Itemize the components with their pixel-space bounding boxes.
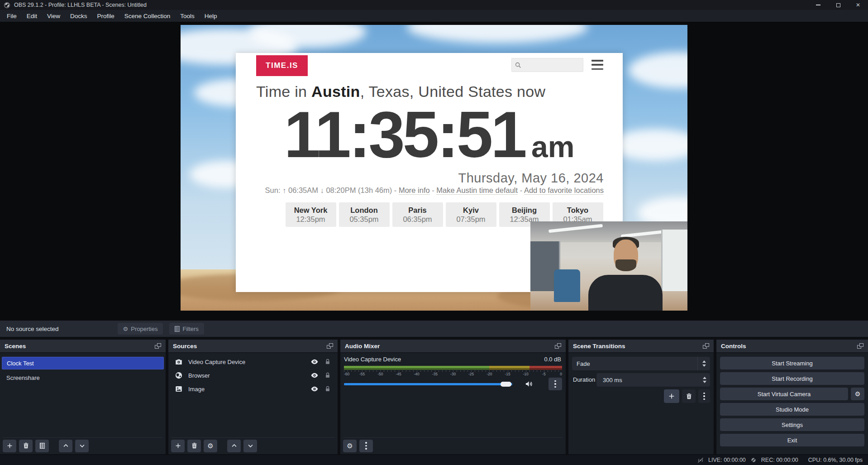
audio-mixer-toolbar: ⚙: [343, 437, 563, 452]
preview-canvas[interactable]: TIME.IS Time in Austin, Texas, United St…: [181, 25, 687, 311]
move-source-up-button[interactable]: [227, 440, 241, 452]
visibility-eye-icon[interactable]: [310, 371, 319, 379]
menu-help[interactable]: Help: [200, 11, 222, 21]
meter-tick-labels: -60 -55 -50 -45 -40 -35 -30 -25 -20 -15 …: [344, 372, 562, 377]
plus-icon: [6, 442, 13, 449]
tick-label: -15: [505, 372, 510, 376]
remove-source-button[interactable]: [187, 440, 201, 452]
menu-scene-collection[interactable]: Scene Collection: [119, 11, 175, 21]
menu-tools[interactable]: Tools: [175, 11, 200, 21]
start-recording-button[interactable]: Start Recording: [720, 372, 864, 385]
timeis-logo-text: TIME.IS: [266, 61, 298, 70]
status-bar: LIVE: 00:00:00 REC: 00:00:00 CPU: 0.6%, …: [0, 455, 868, 465]
controls-header: Controls: [716, 340, 868, 353]
source-status-text: No source selected: [6, 326, 59, 332]
volume-slider[interactable]: [344, 383, 512, 385]
duration-label: Duration: [573, 376, 595, 383]
scene-item-screenshare[interactable]: Screenshare: [2, 371, 164, 384]
add-transition-button[interactable]: [664, 389, 679, 403]
scene-filters-button[interactable]: [35, 440, 49, 452]
properties-button[interactable]: ⚙ Properties: [118, 323, 163, 335]
lock-icon[interactable]: [324, 371, 331, 379]
source-row-browser[interactable]: Browser: [171, 369, 335, 381]
duration-spin-arrows[interactable]: [703, 373, 706, 387]
mixer-toolbar-kebab-button[interactable]: [359, 440, 373, 452]
ceiling-light: [548, 224, 603, 233]
close-button[interactable]: ✕: [848, 0, 868, 10]
source-row-video-capture[interactable]: Video Capture Device: [171, 356, 335, 368]
exit-button[interactable]: Exit: [720, 434, 864, 446]
controls-panel: Controls Start Streaming Start Recording…: [716, 340, 868, 454]
visibility-eye-icon[interactable]: [310, 358, 319, 366]
chevron-up-icon: [62, 442, 69, 449]
rec-timer: REC: 00:00:00: [761, 457, 798, 463]
filters-button[interactable]: Filters: [169, 323, 204, 335]
date-line: Thursday, May 16, 2024: [236, 171, 604, 186]
chevron-up-icon: [702, 360, 706, 363]
popout-icon[interactable]: [703, 343, 709, 349]
tick-label: -5: [542, 372, 546, 376]
tick-label: 0: [560, 372, 562, 376]
source-row-image[interactable]: Image: [171, 383, 335, 395]
lock-icon[interactable]: [324, 385, 331, 393]
menu-edit[interactable]: Edit: [22, 11, 42, 21]
lock-icon[interactable]: [324, 358, 331, 366]
minimize-button[interactable]: [808, 0, 828, 10]
move-scene-down-button[interactable]: [75, 440, 89, 452]
popout-icon[interactable]: [555, 343, 561, 349]
city-name: Tokyo: [567, 206, 588, 215]
source-label: Image: [188, 386, 205, 393]
remove-scene-button[interactable]: [19, 440, 33, 452]
clock-time: 11:35:51: [284, 98, 525, 171]
scene-item-clock-test[interactable]: Clock Test: [2, 357, 164, 369]
remove-transition-button[interactable]: [682, 389, 696, 403]
move-source-down-button[interactable]: [243, 440, 257, 452]
speaker-icon[interactable]: [524, 379, 534, 388]
transition-options-kebab-button[interactable]: [698, 389, 710, 403]
menu-profile[interactable]: Profile: [92, 11, 119, 21]
add-source-button[interactable]: [171, 440, 185, 452]
sun-info-line: Sun: ↑ 06:35AM ↓ 08:20PM (13h 46m) - Mor…: [236, 186, 604, 195]
start-streaming-button[interactable]: Start Streaming: [720, 357, 864, 369]
audio-mixer-header: Audio Mixer: [340, 340, 566, 353]
menu-view[interactable]: View: [42, 11, 65, 21]
close-icon: ✕: [856, 2, 860, 8]
record-inactive-icon: [749, 457, 758, 463]
trash-icon: [686, 393, 692, 400]
tick-label: -45: [396, 372, 401, 376]
spin-up-icon: [703, 377, 706, 379]
maximize-button[interactable]: [828, 0, 848, 10]
scene-transitions-panel: Scene Transitions Fade Duration 300 ms: [568, 340, 714, 454]
transition-select[interactable]: Fade: [572, 357, 697, 370]
gear-icon: ⚙: [207, 442, 213, 450]
source-properties-button[interactable]: ⚙: [204, 440, 217, 452]
duration-spinbox[interactable]: 300 ms: [596, 373, 710, 387]
menu-docks[interactable]: Docks: [65, 11, 92, 21]
city-name: London: [350, 206, 377, 215]
studio-mode-button[interactable]: Studio Mode: [720, 403, 864, 416]
virtual-camera-config-button[interactable]: ⚙: [851, 388, 864, 400]
advanced-audio-gear-icon: ⚙: [347, 442, 353, 450]
webcam-window: [661, 230, 687, 291]
link-separator: -: [518, 186, 524, 194]
add-scene-button[interactable]: [3, 440, 16, 452]
mixer-options-kebab-button[interactable]: [548, 378, 562, 390]
transition-select-chevrons[interactable]: [697, 357, 710, 370]
webcam-video-source[interactable]: [530, 221, 687, 311]
popout-icon[interactable]: [327, 343, 333, 349]
volume-slider-handle[interactable]: [501, 382, 511, 387]
webcam-chair: [554, 269, 580, 302]
live-timer: LIVE: 00:00:00: [708, 457, 746, 463]
popout-icon[interactable]: [155, 343, 161, 349]
start-virtual-camera-button[interactable]: Start Virtual Camera: [720, 388, 848, 400]
settings-button[interactable]: Settings: [720, 418, 864, 431]
advanced-audio-button[interactable]: ⚙: [343, 440, 357, 452]
menu-file[interactable]: File: [2, 11, 22, 21]
scenes-toolbar: [3, 437, 163, 452]
city-name: Paris: [408, 206, 426, 215]
sources-toolbar: ⚙: [171, 437, 335, 452]
visibility-eye-icon[interactable]: [310, 385, 319, 393]
popout-icon[interactable]: [857, 343, 863, 349]
move-scene-up-button[interactable]: [59, 440, 72, 452]
scenes-panel-header: Scenes: [0, 340, 166, 353]
